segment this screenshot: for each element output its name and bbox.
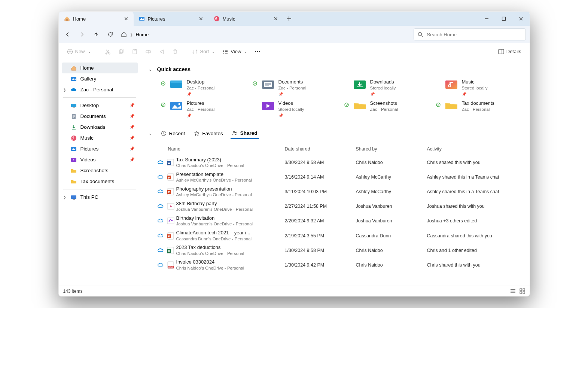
sidebar-item-videos[interactable]: Videos📌 (62, 154, 138, 165)
sync-status-icon (252, 79, 258, 86)
sort-button[interactable]: Sort⌄ (189, 47, 218, 56)
tiles-view-icon[interactable] (520, 288, 525, 294)
titlebar: Home ✕ Pictures ✕ Music ✕ (59, 12, 530, 26)
file-shared-by: Joshua Vanburen (356, 204, 427, 209)
file-row[interactable]: 38th Birthday partyJoshua Vanburen's One… (141, 199, 530, 214)
file-name: Birthday invitation (176, 215, 285, 222)
view-button[interactable]: View⌄ (219, 47, 250, 56)
new-button[interactable]: New⌄ (64, 47, 94, 56)
file-type-icon: P (165, 232, 176, 240)
column-date[interactable]: Date shared (285, 146, 356, 152)
forward-button[interactable] (75, 28, 89, 41)
tab-music[interactable]: Music ✕ (208, 12, 283, 26)
sidebar-item-documents[interactable]: Documents📌 (62, 111, 138, 122)
tab-shared[interactable]: Shared (231, 128, 259, 139)
minimize-button[interactable] (478, 12, 495, 26)
rename-button[interactable] (142, 47, 154, 56)
folder-icon (353, 100, 366, 112)
video-icon (71, 157, 77, 163)
search-placeholder: Search Home (427, 32, 457, 37)
svg-rect-0 (66, 19, 68, 21)
paste-button[interactable] (129, 47, 141, 56)
file-type-icon: W (165, 158, 176, 167)
close-icon[interactable]: ✕ (198, 15, 204, 22)
column-by[interactable]: Shared by (356, 146, 427, 152)
sidebar-item-screenshots[interactable]: Screenshots (62, 165, 138, 176)
file-type-icon: P (165, 188, 176, 196)
sidebar-item-tax[interactable]: Tax documents (62, 176, 138, 187)
quick-access-item[interactable]: DocumentsZac - Personal📌 (251, 78, 339, 97)
sidebar-item-onedrive[interactable]: ❯ Zac - Personal (62, 84, 138, 95)
copy-button[interactable] (115, 47, 127, 56)
chevron-down-icon: ⌄ (88, 50, 91, 54)
chevron-right-icon[interactable]: ❯ (63, 195, 66, 199)
close-icon[interactable]: ✕ (123, 15, 129, 22)
details-pane-button[interactable]: Details (495, 47, 524, 56)
sync-status-icon (161, 100, 166, 107)
quick-access-item[interactable]: MusicStored locally📌 (434, 78, 522, 97)
column-activity[interactable]: Activity (427, 146, 522, 152)
svg-text:X: X (168, 249, 170, 253)
quick-access-item[interactable]: ScreenshotsZac - Personal (342, 100, 430, 119)
file-row[interactable]: PPhotography presentationAshley McCarthy… (141, 185, 530, 199)
sync-status-icon (344, 79, 349, 81)
tab-recent[interactable]: Recent (159, 129, 187, 138)
svg-text:P: P (168, 235, 170, 238)
file-row[interactable]: X2023 Tax deductionsChris Naidoo's OneDr… (141, 243, 530, 258)
tab-home[interactable]: Home ✕ (59, 12, 134, 26)
file-row[interactable]: PPresentation templateAshley McCarthy's … (141, 170, 530, 185)
svg-rect-32 (170, 80, 182, 83)
sidebar-item-desktop[interactable]: Desktop📌 (62, 100, 138, 111)
quick-access-item[interactable]: DesktopZac - Personal📌 (159, 78, 247, 97)
up-button[interactable] (89, 28, 103, 41)
quick-access-item[interactable]: PicturesZac - Personal📌 (159, 100, 247, 119)
sidebar-item-pictures[interactable]: Pictures📌 (62, 143, 138, 154)
download-icon (71, 124, 77, 130)
sidebar-item-music[interactable]: Music📌 (62, 133, 138, 143)
back-button[interactable] (61, 28, 74, 41)
details-view-icon[interactable] (510, 288, 516, 294)
file-row[interactable]: PDFInvoice 03302024Chris Naidoo's OneDri… (141, 258, 530, 272)
statusbar: 143 items (59, 286, 530, 296)
refresh-button[interactable] (104, 28, 117, 41)
tab-favorites[interactable]: Favorites (192, 129, 225, 138)
chevron-down-icon[interactable]: ⌄ (149, 67, 152, 72)
sidebar-item-gallery[interactable]: Gallery (62, 73, 138, 84)
quick-access-item[interactable]: DownloadsStored locally📌 (342, 78, 430, 97)
tab-pictures[interactable]: Pictures ✕ (134, 12, 208, 26)
column-headers: Name Date shared Shared by Activity (141, 143, 530, 155)
sort-icon (192, 49, 198, 55)
folder-name: Music (462, 79, 488, 85)
file-activity: Ashley shared this in a Teams chat (427, 189, 522, 194)
cut-button[interactable] (102, 47, 114, 56)
maximize-button[interactable] (495, 12, 512, 26)
file-row[interactable]: Birthday invitationJoshua Vanburen's One… (141, 214, 530, 228)
breadcrumb[interactable]: ❯ Home (118, 31, 413, 37)
file-shared-by: Ashley McCarthy (356, 189, 427, 194)
quick-access-item[interactable]: VideosStored locally📌 (251, 100, 339, 119)
folder-location: Zac - Personal (278, 85, 307, 91)
new-tab-button[interactable] (283, 13, 295, 24)
svg-rect-70 (520, 289, 522, 291)
delete-button[interactable] (169, 47, 181, 56)
file-name: 38th Birthday party (176, 200, 285, 207)
close-icon[interactable]: ✕ (273, 15, 279, 22)
sidebar-item-home[interactable]: Home (62, 63, 138, 73)
sync-status-icon (252, 100, 258, 103)
chevron-right-icon[interactable]: ❯ (63, 88, 66, 92)
file-name: Invoice 03302024 (176, 259, 285, 265)
quick-access-item[interactable]: Tax documentsZac - Personal (434, 100, 522, 119)
search-input[interactable]: Search Home (414, 28, 526, 40)
column-name[interactable]: Name (168, 146, 285, 152)
file-row[interactable]: PClimateAction.tech 2021 – year i...Cass… (141, 228, 530, 243)
quick-access-header[interactable]: ⌄ Quick access (141, 64, 530, 78)
more-button[interactable] (252, 47, 263, 56)
close-window-button[interactable] (512, 12, 530, 26)
share-button[interactable] (156, 47, 168, 56)
chevron-down-icon[interactable]: ⌄ (149, 131, 152, 136)
file-row[interactable]: WTax Summary (2023)Chris Naidoo's OneDri… (141, 155, 530, 170)
music-icon (71, 135, 77, 141)
sidebar-item-downloads[interactable]: Downloads📌 (62, 122, 138, 133)
svg-rect-29 (73, 199, 75, 200)
sidebar-item-thispc[interactable]: ❯ This PC (62, 192, 138, 203)
